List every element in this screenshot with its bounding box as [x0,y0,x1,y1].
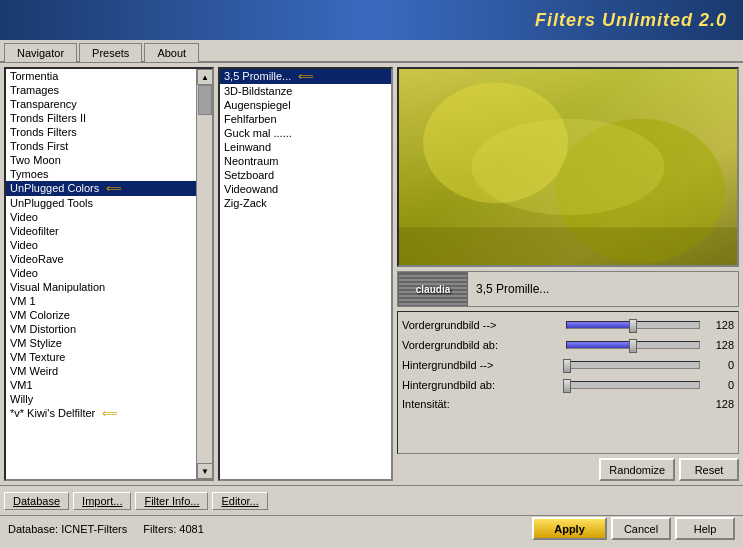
scroll-thumb[interactable] [198,85,212,115]
param-row: Hintergrundbild --> 0 [402,356,734,374]
subfilter-panel: 3,5 Promille... ⟸3D-BildstanzeAugenspieg… [218,67,393,481]
param-slider-fill [567,322,633,328]
param-slider-thumb[interactable] [563,359,571,373]
param-label: Hintergrundbild --> [402,359,562,371]
param-value: 0 [704,379,734,391]
svg-rect-5 [399,227,737,265]
filter-list-item[interactable]: VM Colorize [6,308,196,322]
param-slider-fill [567,342,633,348]
import-button[interactable]: Import... [73,492,131,510]
param-slider-thumb[interactable] [563,379,571,393]
intensitat-value: 128 [704,398,734,410]
editor-button[interactable]: Editor... [212,492,267,510]
param-value: 128 [704,319,734,331]
subfilter-list-item[interactable]: Videowand [220,182,391,196]
param-label: Vordergrundbild --> [402,319,562,331]
param-row: Vordergrundbild --> 128 [402,316,734,334]
filter-list-item[interactable]: VideoRave [6,252,196,266]
params-area: Vordergrundbild --> 128 Vordergrundbild … [397,311,739,454]
bottom-buttons-row: Apply Cancel Help [532,517,735,540]
filter-list-item[interactable]: Video [6,238,196,252]
filter-list-item[interactable]: UnPlugged Colors ⟸ [6,181,196,196]
scroll-down-arrow[interactable]: ▼ [197,463,212,479]
database-button[interactable]: Database [4,492,69,510]
filter-list-item[interactable]: VM Texture [6,350,196,364]
filter-list-item[interactable]: Visual Manipulation [6,280,196,294]
filter-list-item[interactable]: VM1 [6,378,196,392]
preview-area [397,67,739,267]
filter-list-item[interactable]: Tramages [6,83,196,97]
filter-list-item[interactable]: Tormentia [6,69,196,83]
param-label: Vordergrundbild ab: [402,339,562,351]
status-text: Database: ICNET-Filters Filters: 4081 [8,523,204,535]
filters-label-text: Filters: [143,523,176,535]
filters-label: Filters: 4081 [143,523,204,535]
param-row: Hintergrundbild ab: 0 [402,376,734,394]
apply-button[interactable]: Apply [532,517,607,540]
subfilter-list-item[interactable]: Neontraum [220,154,391,168]
subfilter-list-item[interactable]: Setzboard [220,168,391,182]
subfilter-list-item[interactable]: Guck mal ...... [220,126,391,140]
filter-list-item[interactable]: UnPlugged Tools [6,196,196,210]
filter-list-item[interactable]: Two Moon [6,153,196,167]
filter-list-item[interactable]: Tronds Filters II [6,111,196,125]
param-value: 0 [704,359,734,371]
scroll-track[interactable] [197,85,212,463]
filter-list-item[interactable]: *v* Kiwi's Delfilter ⟸ [6,406,196,421]
tab-navigator[interactable]: Navigator [4,43,77,62]
filter-list-item[interactable]: Tymoes [6,167,196,181]
cancel-button[interactable]: Cancel [611,517,671,540]
scroll-up-arrow[interactable]: ▲ [197,69,212,85]
plugin-name-label: 3,5 Promille... [472,282,738,296]
subfilter-list-item[interactable]: Leinwand [220,140,391,154]
param-slider[interactable] [566,321,700,329]
filter-list[interactable]: TormentiaTramagesTransparencyTronds Filt… [6,69,196,479]
plugin-info-bar: claudia 3,5 Promille... [397,271,739,307]
plugin-logo: claudia [398,272,468,306]
filter-list-item[interactable]: Tronds First [6,139,196,153]
status-bar: Database: ICNET-Filters Filters: 4081 Ap… [0,515,743,541]
subfilter-list-item[interactable]: Fehlfarben [220,112,391,126]
param-slider[interactable] [566,381,700,389]
plugin-logo-text: claudia [416,284,450,295]
filter-list-item[interactable]: Video [6,266,196,280]
param-slider-thumb[interactable] [629,319,637,333]
filter-category-panel: TormentiaTramagesTransparencyTronds Filt… [4,67,214,481]
subfilter-list-item[interactable]: Zig-Zack [220,196,391,210]
subfilter-list-item[interactable]: Augenspiegel [220,98,391,112]
randomize-button[interactable]: Randomize [599,458,675,481]
filter-list-item[interactable]: VM Distortion [6,322,196,336]
intensitat-row: Intensität: 128 [402,398,734,410]
filter-list-item[interactable]: VM Stylize [6,336,196,350]
filter-info-button[interactable]: Filter Info... [135,492,208,510]
tab-presets[interactable]: Presets [79,43,142,62]
database-value: ICNET-Filters [61,523,127,535]
main-content: TormentiaTramagesTransparencyTronds Filt… [0,63,743,485]
param-slider[interactable] [566,341,700,349]
filter-list-item[interactable]: VM 1 [6,294,196,308]
intensitat-label: Intensität: [402,398,502,410]
filter-list-item[interactable]: VM Weird [6,364,196,378]
help-button[interactable]: Help [675,517,735,540]
tab-about[interactable]: About [144,43,199,62]
filter-list-item[interactable]: Willy [6,392,196,406]
subfilter-list[interactable]: 3,5 Promille... ⟸3D-BildstanzeAugenspieg… [220,69,391,479]
database-label-text: Database: [8,523,58,535]
tabs-bar: Navigator Presets About [0,40,743,63]
param-slider[interactable] [566,361,700,369]
param-slider-thumb[interactable] [629,339,637,353]
filter-list-item[interactable]: Video [6,210,196,224]
title-bar: Filters Unlimited 2.0 [0,0,743,40]
database-label: Database: ICNET-Filters [8,523,127,535]
filter-list-item[interactable]: Transparency [6,97,196,111]
subfilter-list-item[interactable]: 3,5 Promille... ⟸ [220,69,391,84]
reset-button[interactable]: Reset [679,458,739,481]
subfilter-list-item[interactable]: 3D-Bildstanze [220,84,391,98]
preview-canvas [399,69,737,265]
right-panel: claudia 3,5 Promille... Vordergrundbild … [397,67,739,481]
filter-list-item[interactable]: Tronds Filters [6,125,196,139]
randomize-reset-row: Randomize Reset [397,458,739,481]
filter-list-item[interactable]: Videofilter [6,224,196,238]
app-title: Filters Unlimited 2.0 [535,10,727,31]
filter-list-scrollbar[interactable]: ▲ ▼ [196,69,212,479]
